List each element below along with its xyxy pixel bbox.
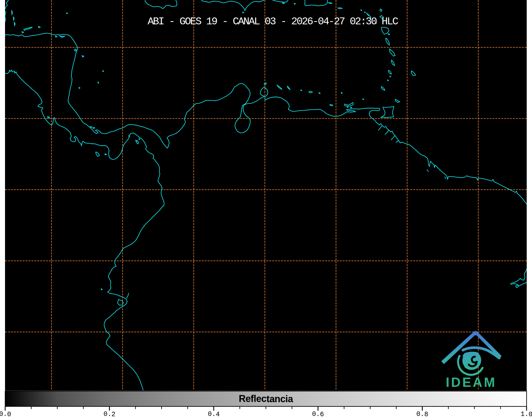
svg-text:1.0: 1.0 bbox=[521, 410, 532, 417]
svg-text:0.2: 0.2 bbox=[103, 410, 115, 417]
svg-text:IDEAM: IDEAM bbox=[446, 375, 497, 390]
svg-text:ABI - GOES 19 - CANAL 03 - 202: ABI - GOES 19 - CANAL 03 - 2026-04-27 02… bbox=[148, 16, 398, 28]
svg-text:0.0: 0.0 bbox=[0, 410, 11, 417]
svg-text:0.8: 0.8 bbox=[416, 410, 428, 417]
svg-text:Reflectancia: Reflectancia bbox=[239, 393, 293, 404]
svg-text:0.6: 0.6 bbox=[312, 410, 324, 417]
svg-text:0.4: 0.4 bbox=[208, 410, 220, 417]
